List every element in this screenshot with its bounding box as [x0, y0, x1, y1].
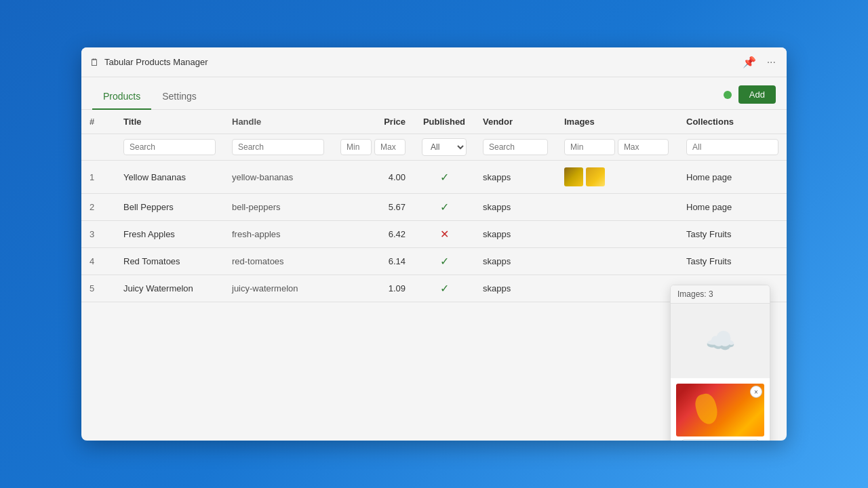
- row-handle: bell-peppers: [224, 194, 332, 221]
- search-filters-row: All Yes No: [81, 134, 787, 161]
- row-title: Bell Peppers: [115, 194, 224, 221]
- image-thumb-2: [586, 167, 605, 186]
- vendor-search-input[interactable]: [483, 139, 548, 155]
- row-num: 2: [81, 194, 115, 221]
- row-published: ✓: [414, 248, 475, 275]
- row-price: 6.14: [332, 248, 414, 275]
- app-title: Tabular Products Manager: [104, 57, 734, 67]
- price-max-input[interactable]: [374, 139, 406, 155]
- tabs: Products Settings: [92, 84, 208, 109]
- published-check-icon: ✓: [440, 201, 449, 213]
- images-thumbnails: [564, 167, 670, 186]
- tab-products[interactable]: Products: [92, 84, 151, 110]
- row-images[interactable]: [556, 275, 678, 302]
- image-label-input-1[interactable]: [682, 439, 759, 441]
- row-collections: Tasty Fruits: [678, 221, 787, 248]
- app-window: 🗒 Tabular Products Manager 📌 ··· Product…: [81, 47, 787, 441]
- row-published: ✕: [414, 221, 475, 248]
- table-row: 4 Red Tomatoes red-tomatoes 6.14 ✓ skapp…: [81, 248, 787, 275]
- col-header-price: Price: [332, 110, 414, 134]
- row-title: Yellow Bananas: [115, 161, 224, 194]
- image-label-1: [676, 436, 764, 441]
- popup-image-1-container: ×: [676, 384, 764, 441]
- row-num: 3: [81, 221, 115, 248]
- column-headers: # Title Handle Price Published Vendor Im…: [81, 110, 787, 134]
- row-vendor: skapps: [475, 248, 556, 275]
- titlebar-actions: 📌 ···: [740, 54, 778, 70]
- row-published: ✓: [414, 161, 475, 194]
- published-check-icon: ✓: [440, 256, 449, 267]
- pin-button[interactable]: 📌: [740, 54, 759, 70]
- published-filter-select[interactable]: All Yes No: [422, 138, 467, 156]
- row-price: 5.67: [332, 194, 414, 221]
- images-popup-header: Images: 3: [671, 285, 770, 304]
- published-check-icon: ✓: [440, 283, 449, 294]
- table-row: 3 Fresh Apples fresh-apples 6.42 ✕ skapp…: [81, 221, 787, 248]
- row-handle: red-tomatoes: [224, 248, 332, 275]
- row-title: Juicy Watermelon: [115, 275, 224, 302]
- images-max-input[interactable]: [618, 139, 669, 155]
- images-range: [564, 139, 670, 155]
- row-handle: fresh-apples: [224, 221, 332, 248]
- row-vendor: skapps: [475, 161, 556, 194]
- row-vendor: skapps: [475, 194, 556, 221]
- row-images[interactable]: [556, 248, 678, 275]
- title-search-input[interactable]: [123, 139, 216, 155]
- table-container: # Title Handle Price Published Vendor Im…: [81, 110, 787, 441]
- filter-images: [556, 134, 678, 161]
- row-vendor: skapps: [475, 275, 556, 302]
- row-title: Red Tomatoes: [115, 248, 224, 275]
- col-header-handle: Handle: [224, 110, 332, 134]
- row-published: ✓: [414, 275, 475, 302]
- table-row: 1 Yellow Bananas yellow-bananas 4.00 ✓ s…: [81, 161, 787, 194]
- table-row: 2 Bell Peppers bell-peppers 5.67 ✓ skapp…: [81, 194, 787, 221]
- row-price: 1.09: [332, 275, 414, 302]
- row-collections: Home page: [678, 161, 787, 194]
- price-range: [340, 139, 406, 155]
- row-images[interactable]: [556, 194, 678, 221]
- add-button[interactable]: Add: [738, 85, 776, 104]
- filter-published: All Yes No: [414, 134, 475, 161]
- tab-actions: Add: [724, 85, 776, 109]
- images-min-input[interactable]: [564, 139, 615, 155]
- filter-price: [332, 134, 414, 161]
- app-icon: 🗒: [90, 57, 99, 68]
- col-header-num: #: [81, 110, 115, 134]
- row-handle: yellow-bananas: [224, 161, 332, 194]
- published-cross-icon: ✕: [440, 228, 449, 240]
- col-header-title: Title: [115, 110, 224, 134]
- filter-collections: [678, 134, 787, 161]
- filter-title: [115, 134, 224, 161]
- row-images[interactable]: [556, 161, 678, 194]
- col-header-published: Published: [414, 110, 475, 134]
- row-handle: juicy-watermelon: [224, 275, 332, 302]
- col-header-vendor: Vendor: [475, 110, 556, 134]
- row-published: ✓: [414, 194, 475, 221]
- collections-search-input[interactable]: [686, 139, 778, 155]
- more-button[interactable]: ···: [764, 55, 778, 70]
- upload-cloud-icon: ☁️: [705, 327, 736, 355]
- col-header-images: Images: [556, 110, 678, 134]
- filter-num: [81, 134, 115, 161]
- row-title: Fresh Apples: [115, 221, 224, 248]
- row-num: 1: [81, 161, 115, 194]
- row-price: 4.00: [332, 161, 414, 194]
- image-thumb-1: [564, 167, 583, 186]
- row-images[interactable]: [556, 221, 678, 248]
- row-collections: Home page: [678, 194, 787, 221]
- upload-area[interactable]: ☁️: [671, 304, 770, 378]
- handle-search-input[interactable]: [232, 139, 324, 155]
- row-num: 4: [81, 248, 115, 275]
- tab-settings[interactable]: Settings: [151, 84, 208, 110]
- row-collections: Tasty Fruits: [678, 248, 787, 275]
- tabbar: Products Settings Add: [81, 77, 787, 110]
- row-vendor: skapps: [475, 221, 556, 248]
- price-min-input[interactable]: [340, 139, 372, 155]
- col-header-collections: Collections: [678, 110, 787, 134]
- row-price: 6.42: [332, 221, 414, 248]
- status-indicator: [724, 91, 732, 99]
- published-check-icon: ✓: [440, 171, 449, 183]
- images-popup: Images: 3 ☁️ × ×: [670, 285, 770, 441]
- filter-handle: [224, 134, 332, 161]
- popup-close-button-1[interactable]: ×: [750, 386, 762, 398]
